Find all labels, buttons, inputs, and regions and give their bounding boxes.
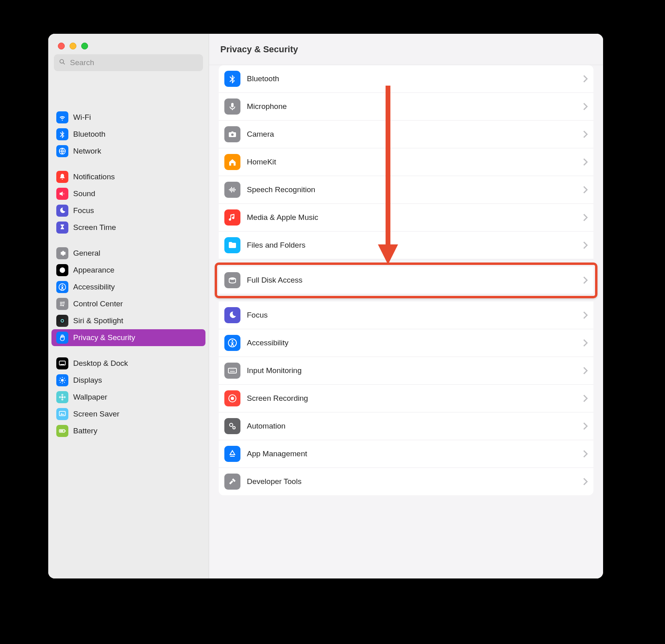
- switches-icon: [56, 298, 68, 310]
- svg-line-31: [63, 63, 65, 64]
- sidebar-item-label: Wi-Fi: [73, 113, 91, 122]
- chevron-right-icon: [583, 158, 588, 166]
- sidebar-item-appearance[interactable]: Appearance: [51, 262, 205, 279]
- privacy-row-focusrow[interactable]: Focus: [219, 301, 593, 329]
- row-label: Focus: [247, 311, 577, 320]
- sidebar-item-label: Screen Time: [73, 223, 116, 232]
- row-label: Speech Recognition: [247, 185, 577, 194]
- row-label: Microphone: [247, 102, 577, 111]
- siri-icon: [56, 315, 68, 327]
- privacy-row-bluetooth[interactable]: Bluetooth: [219, 65, 593, 93]
- privacy-row-devtools[interactable]: Developer Tools: [219, 468, 593, 495]
- zoom-window-button[interactable]: [81, 43, 88, 49]
- privacy-row-microphone[interactable]: Microphone: [219, 93, 593, 121]
- row-label: Input Monitoring: [247, 366, 577, 375]
- row-label: Full Disk Access: [247, 276, 577, 285]
- waveform-icon: [224, 182, 240, 198]
- search-field[interactable]: [54, 54, 203, 71]
- appearance-icon: [56, 264, 68, 276]
- privacy-row-fulldisk[interactable]: Full Disk Access: [219, 267, 593, 294]
- sidebar-item-label: Battery: [73, 427, 97, 435]
- sidebar-item-desktop[interactable]: Desktop & Dock: [51, 355, 205, 372]
- chevron-right-icon: [583, 75, 588, 83]
- moon-icon: [224, 307, 240, 323]
- speaker-icon: [56, 188, 68, 200]
- sidebar-item-label: Bluetooth: [73, 130, 105, 139]
- sidebar-item-accessibility[interactable]: Accessibility: [51, 279, 205, 295]
- sidebar-list[interactable]: Wi-Fi Bluetooth Network Notifications So…: [48, 77, 209, 578]
- hourglass-icon: [56, 222, 68, 234]
- sidebar-item-screensaver[interactable]: Screen Saver: [51, 406, 205, 422]
- sidebar-item-controlcenter[interactable]: Control Center: [51, 295, 205, 312]
- bell-icon: [56, 171, 68, 183]
- sun-icon: [56, 374, 68, 386]
- sidebar-item-label: Network: [73, 147, 101, 156]
- gear-icon: [56, 247, 68, 259]
- privacy-row-media[interactable]: Media & Apple Music: [219, 204, 593, 232]
- sidebar-item-label: Control Center: [73, 299, 123, 308]
- privacy-row-files[interactable]: Files and Folders: [219, 232, 593, 259]
- home-icon: [224, 154, 240, 170]
- row-label: Developer Tools: [247, 477, 577, 486]
- appstore-icon: [224, 446, 240, 462]
- privacy-row-appmgmt[interactable]: App Management: [219, 440, 593, 468]
- chevron-right-icon: [583, 276, 588, 284]
- battery-icon: [56, 425, 68, 437]
- sidebar-item-sound[interactable]: Sound: [51, 185, 205, 202]
- hammer-icon: [224, 474, 240, 490]
- row-label: App Management: [247, 449, 577, 458]
- sidebar-item-siri[interactable]: Siri & Spotlight: [51, 312, 205, 329]
- privacy-row-accrow[interactable]: Accessibility: [219, 329, 593, 357]
- disk-icon: [224, 272, 240, 288]
- settings-window: Wi-Fi Bluetooth Network Notifications So…: [48, 34, 603, 578]
- privacy-row-homekit[interactable]: HomeKit: [219, 148, 593, 176]
- minimize-window-button[interactable]: [70, 43, 76, 49]
- sidebar-item-privacy[interactable]: Privacy & Security: [51, 329, 205, 346]
- chevron-right-icon: [583, 422, 588, 430]
- sidebar-item-label: Appearance: [73, 266, 114, 275]
- globe-icon: [56, 145, 68, 157]
- close-window-button[interactable]: [58, 43, 65, 49]
- sidebar-item-label: General: [73, 249, 101, 258]
- flower-icon: [56, 391, 68, 403]
- sidebar-item-bluetooth[interactable]: Bluetooth: [51, 126, 205, 143]
- sidebar: Wi-Fi Bluetooth Network Notifications So…: [48, 34, 209, 578]
- content-area[interactable]: Bluetooth Microphone Camera HomeKit Spee…: [209, 65, 603, 578]
- sidebar-item-label: Displays: [73, 376, 102, 385]
- sidebar-item-label: Focus: [73, 206, 94, 215]
- chevron-right-icon: [583, 394, 588, 402]
- wifi-icon: [56, 111, 68, 123]
- chevron-right-icon: [583, 186, 588, 194]
- sidebar-item-network[interactable]: Network: [51, 143, 205, 160]
- privacy-row-speech[interactable]: Speech Recognition: [219, 176, 593, 204]
- sidebar-item-label: Sound: [73, 189, 95, 198]
- privacy-row-inputmon[interactable]: Input Monitoring: [219, 357, 593, 385]
- microphone-icon: [224, 98, 240, 115]
- sidebar-item-wifi[interactable]: Wi-Fi: [51, 109, 205, 126]
- folder-icon: [224, 237, 240, 253]
- search-input[interactable]: [70, 58, 198, 67]
- row-label: Media & Apple Music: [247, 213, 577, 222]
- camera-icon: [224, 126, 240, 142]
- chevron-right-icon: [583, 241, 588, 249]
- sidebar-item-label: Accessibility: [73, 283, 115, 291]
- sidebar-item-notifications[interactable]: Notifications: [51, 168, 205, 185]
- sidebar-item-general[interactable]: General: [51, 245, 205, 262]
- keyboard-icon: [224, 363, 240, 379]
- sidebar-item-displays[interactable]: Displays: [51, 372, 205, 389]
- chevron-right-icon: [583, 339, 588, 347]
- privacy-row-camera[interactable]: Camera: [219, 121, 593, 148]
- privacy-row-screenrec[interactable]: Screen Recording: [219, 385, 593, 412]
- privacy-row-automation[interactable]: Automation: [219, 412, 593, 440]
- screensaver-icon: [56, 408, 68, 420]
- sidebar-item-screentime[interactable]: Screen Time: [51, 219, 205, 236]
- sidebar-item-label: Desktop & Dock: [73, 359, 128, 368]
- sidebar-item-focus[interactable]: Focus: [51, 202, 205, 219]
- sidebar-item-battery[interactable]: Battery: [51, 422, 205, 439]
- chevron-right-icon: [583, 130, 588, 138]
- dock-icon: [56, 357, 68, 369]
- accessibility-icon: [56, 281, 68, 293]
- sidebar-item-wallpaper[interactable]: Wallpaper: [51, 389, 205, 406]
- accessibility-icon: [224, 335, 240, 351]
- bluetooth-icon: [224, 71, 240, 87]
